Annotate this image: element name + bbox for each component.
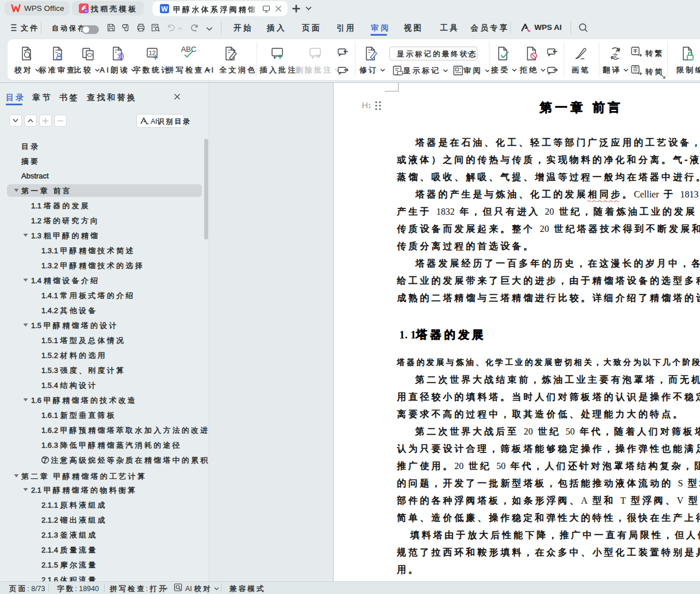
svg-text:AI: AI: [85, 9, 88, 13]
svg-text:A: A: [616, 47, 620, 54]
svg-text:ABC: ABC: [181, 45, 197, 54]
svg-text:W: W: [161, 5, 168, 13]
svg-text:12: 12: [148, 50, 155, 56]
